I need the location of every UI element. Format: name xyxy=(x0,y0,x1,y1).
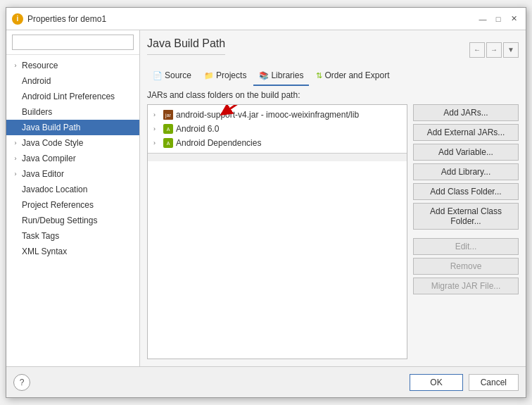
nav-dropdown-button[interactable]: ▼ xyxy=(503,42,519,58)
ok-button[interactable]: OK xyxy=(410,374,462,391)
order-tab-icon: ⇅ xyxy=(316,71,322,80)
sidebar-item-label: Task Tags xyxy=(22,231,134,241)
sidebar-item-label: Project References xyxy=(22,200,134,210)
tree-arrow: › xyxy=(12,62,19,69)
tree-arrow: › xyxy=(12,155,19,162)
bottom-bar: ? OK Cancel xyxy=(6,366,526,397)
horizontal-scrollbar[interactable] xyxy=(148,153,407,161)
build-tree-item[interactable]: › A Android 6.0 xyxy=(148,122,407,136)
expand-arrow: › xyxy=(153,139,160,147)
build-path-tree-panel[interactable]: › jar android-support-v4.jar - imooc-wei… xyxy=(147,104,407,359)
nav-forward-button[interactable]: → xyxy=(486,42,502,58)
close-button[interactable]: ✕ xyxy=(507,13,520,25)
build-item-label: Android Dependencies xyxy=(176,138,261,148)
sidebar: › Resource Android Android Lint Preferen… xyxy=(6,30,140,366)
android-icon: A xyxy=(163,138,173,148)
jar-icon: jar xyxy=(163,110,173,120)
action-btn: Remove xyxy=(413,258,519,275)
minimize-button[interactable]: — xyxy=(476,13,489,25)
sidebar-item-label: Android Lint Preferences xyxy=(22,92,134,101)
help-button[interactable]: ? xyxy=(13,374,30,391)
sidebar-item-label: Builders xyxy=(22,107,134,117)
libraries-tab-icon: 📚 xyxy=(259,71,269,80)
sidebar-item-label: Javadoc Location xyxy=(22,185,134,194)
source-tab-icon: 📄 xyxy=(153,71,163,80)
tab-order-export[interactable]: ⇅ Order and Export xyxy=(310,66,395,86)
bottom-buttons: OK Cancel xyxy=(410,374,519,391)
tab-libraries[interactable]: 📚 Libraries xyxy=(253,66,309,86)
action-btn[interactable]: Add External Class Folder... xyxy=(413,203,519,230)
main-panel-title: Java Build Path xyxy=(147,37,225,55)
sidebar-item[interactable]: Java Build Path xyxy=(6,120,139,135)
sidebar-item[interactable]: › Java Code Style xyxy=(6,135,139,151)
action-btn: Migrate JAR File... xyxy=(413,278,519,294)
sidebar-item-label: Java Compiler xyxy=(22,154,134,163)
description-text: JARs and class folders on the build path… xyxy=(147,90,519,100)
sidebar-item[interactable]: Builders xyxy=(6,104,139,120)
build-item-label: Android 6.0 xyxy=(176,124,219,134)
split-pane: › jar android-support-v4.jar - imooc-wei… xyxy=(147,104,519,359)
action-buttons-panel: Add JARs...Add External JARs...Add Varia… xyxy=(413,104,519,359)
window-icon: i xyxy=(12,13,23,25)
sidebar-item[interactable]: Task Tags xyxy=(6,228,139,244)
sidebar-item[interactable]: Project References xyxy=(6,197,139,213)
main-panel: Java Build Path ← → ▼ 📄 Source 📁 Project… xyxy=(140,30,526,366)
window-title: Properties for demo1 xyxy=(27,14,106,24)
action-btn[interactable]: Add External JARs... xyxy=(413,124,519,141)
sidebar-item[interactable]: Javadoc Location xyxy=(6,182,139,197)
tab-bar: 📄 Source 📁 Projects 📚 Libraries ⇅ Order … xyxy=(147,66,519,86)
nav-back-button[interactable]: ← xyxy=(469,42,485,58)
sidebar-item[interactable]: XML Syntax xyxy=(6,244,139,259)
sidebar-tree: › Resource Android Android Lint Preferen… xyxy=(6,55,139,366)
tree-arrow: › xyxy=(12,139,19,147)
sidebar-item-label: Resource xyxy=(22,61,134,70)
sidebar-item-label: Java Code Style xyxy=(22,138,134,148)
sidebar-item-label: Android xyxy=(22,76,134,86)
projects-tab-icon: 📁 xyxy=(204,71,214,80)
action-btn[interactable]: Add Library... xyxy=(413,163,519,180)
action-btn[interactable]: Add JARs... xyxy=(413,104,519,121)
android-icon: A xyxy=(163,124,173,134)
sidebar-item[interactable]: › Java Compiler xyxy=(6,151,139,166)
sidebar-item[interactable]: › Java Editor xyxy=(6,166,139,182)
expand-arrow: › xyxy=(153,111,160,118)
action-btn[interactable]: Add Variable... xyxy=(413,144,519,161)
content-area: › Resource Android Android Lint Preferen… xyxy=(6,30,526,366)
sidebar-item[interactable]: Android xyxy=(6,73,139,89)
sidebar-search-input[interactable] xyxy=(12,35,134,50)
tree-arrow: › xyxy=(12,170,19,177)
sidebar-item[interactable]: Android Lint Preferences xyxy=(6,89,139,104)
sidebar-item-label: XML Syntax xyxy=(22,247,134,256)
sidebar-item-label: Run/Debug Settings xyxy=(22,216,134,225)
tab-projects[interactable]: 📁 Projects xyxy=(198,66,252,86)
action-btn: Edit... xyxy=(413,238,519,255)
sidebar-item[interactable]: › Resource xyxy=(6,58,139,73)
sidebar-item-label: Java Editor xyxy=(22,169,134,179)
properties-window: i Properties for demo1 — □ ✕ › Resource … xyxy=(6,7,526,398)
build-path-tree: › jar android-support-v4.jar - imooc-wei… xyxy=(148,105,407,153)
sidebar-item-label: Java Build Path xyxy=(22,123,134,132)
tab-source[interactable]: 📄 Source xyxy=(147,66,197,86)
cancel-button[interactable]: Cancel xyxy=(469,374,519,391)
build-tree-item[interactable]: › jar android-support-v4.jar - imooc-wei… xyxy=(148,108,407,122)
maximize-button[interactable]: □ xyxy=(492,13,505,25)
expand-arrow: › xyxy=(153,125,160,132)
sidebar-item[interactable]: Run/Debug Settings xyxy=(6,213,139,228)
build-tree-item[interactable]: › A Android Dependencies xyxy=(148,136,407,150)
action-btn[interactable]: Add Class Folder... xyxy=(413,183,519,200)
sidebar-search-area xyxy=(6,30,139,55)
title-bar-buttons: — □ ✕ xyxy=(476,13,520,25)
title-bar-left: i Properties for demo1 xyxy=(12,13,106,25)
build-item-label: android-support-v4.jar - imooc-weixin­fr… xyxy=(176,110,359,120)
title-bar: i Properties for demo1 — □ ✕ xyxy=(6,8,526,30)
